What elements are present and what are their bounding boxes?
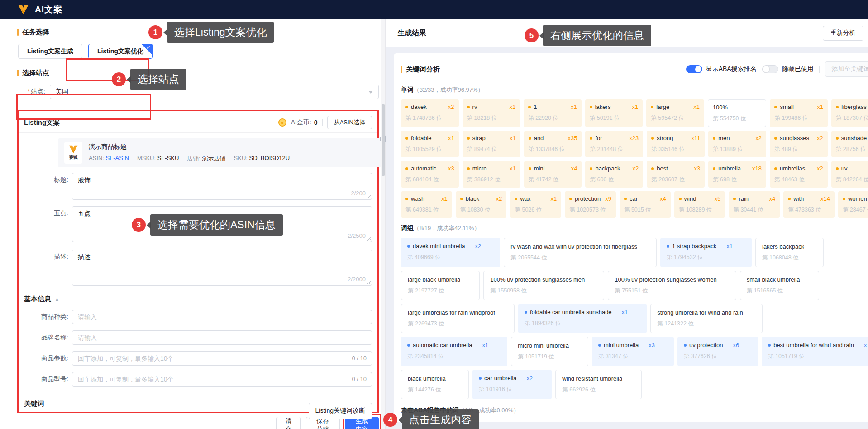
desc-textarea[interactable]: 描述 <box>72 250 372 286</box>
word-chip[interactable]: minix4第 41742 位 <box>524 161 582 188</box>
word-chip[interactable]: 1x1第 22920 位 <box>524 99 582 127</box>
brand-input[interactable] <box>72 330 372 345</box>
left-panel-scrollbar[interactable] <box>381 19 385 429</box>
word-chip[interactable]: uvx8第 842264 位 <box>831 161 868 188</box>
listing-keyword-diagnose-button[interactable]: Listing关键词诊断 <box>309 403 372 419</box>
word-chip[interactable]: windx5第 108289 位 <box>674 191 725 218</box>
hide-used-label: 隐藏已使用 <box>782 65 814 73</box>
phrase-chip[interactable]: micro mini umbrella第 1051719 位 <box>511 337 588 366</box>
word-chip[interactable]: foldablex1第 1005529 位 <box>401 131 459 157</box>
keyword-dot-icon <box>405 137 408 140</box>
word-chip[interactable]: automaticx3第 684104 位 <box>401 161 459 188</box>
keyword-rank: 第 489 位 <box>774 146 823 153</box>
keyword-rank: 第 1068048 位 <box>762 254 804 262</box>
keyword-dot-icon <box>679 198 682 200</box>
word-chip[interactable]: davekx2第 1748786 位 <box>401 99 459 127</box>
asin-value-link[interactable]: SF-ASIN <box>106 155 129 161</box>
phrase-chip[interactable]: davek mini umbrellax2第 409669 位 <box>401 238 500 267</box>
word-chip[interactable]: fiberglassx3第 187307 位 <box>831 99 868 127</box>
keyword-rank: 第 649381 位 <box>405 206 448 214</box>
word-chip[interactable]: strongx11第 335146 位 <box>647 131 705 157</box>
params-input[interactable] <box>72 351 372 366</box>
keyword-dot-icon <box>529 137 531 140</box>
keyword-rank: 第 144276 位 <box>408 386 449 394</box>
word-chip[interactable]: smallx1第 199486 位 <box>770 99 828 127</box>
word-chip[interactable]: rainx4第 30441 位 <box>729 191 780 218</box>
resize-grip-icon[interactable] <box>367 280 371 284</box>
clear-button[interactable]: 清空 <box>276 417 301 429</box>
word-chip[interactable]: umbrellax18第 698 位 <box>708 161 766 188</box>
phrase-chip[interactable]: wind resistant umbrella第 662926 位 <box>555 370 642 399</box>
word-chip[interactable]: washx1第 649381 位 <box>401 191 452 218</box>
phrase-chip[interactable]: uv protectionx6第 377626 位 <box>677 337 758 366</box>
add-keyword-monitor-button[interactable]: 添加至关键词监控 <box>825 61 868 77</box>
word-chip[interactable]: menx2第 13889 位 <box>708 131 766 157</box>
phrase-chip[interactable]: automatic car umbrellax1第 2345814 位 <box>401 337 507 366</box>
phrase-chip[interactable]: mini umbrellax3第 31347 位 <box>592 337 674 366</box>
keyword-dot-icon <box>405 167 408 170</box>
word-chip[interactable]: protectionx9第 1020573 位 <box>565 191 616 218</box>
word-chip[interactable]: carx4第 5015 位 <box>620 191 671 218</box>
word-chip[interactable]: bestx3第 203607 位 <box>647 161 705 188</box>
tab-listing-generate[interactable]: Listing文案生成 <box>18 44 82 59</box>
keyword-rank: 第 41742 位 <box>529 176 577 184</box>
word-chip[interactable]: largex1第 595472 位 <box>646 99 704 127</box>
result-header: 生成结果 重新分析 发布 <box>386 19 868 47</box>
bullets-textarea[interactable]: 五点 <box>72 206 372 242</box>
word-chip[interactable]: strapx1第 89474 位 <box>463 131 520 157</box>
phrase-chip[interactable]: 100% uv protection sunglasses men第 15509… <box>483 271 604 300</box>
phrase-chip[interactable]: large black umbrella第 2197727 位 <box>401 271 480 300</box>
word-chip[interactable]: lakersx1第 50191 位 <box>585 99 643 127</box>
word-chip[interactable]: waxx1第 5026 位 <box>510 191 561 218</box>
word-chip[interactable]: forx23第 231448 位 <box>585 131 643 157</box>
word-chip[interactable]: rvx1第 18218 位 <box>463 99 520 127</box>
sku-label: SKU: <box>234 155 248 161</box>
keyword-rank: 第 31347 位 <box>598 353 655 360</box>
phrase-chip[interactable]: 100% uv protection sunglasses women第 755… <box>608 271 736 300</box>
resize-grip-icon[interactable] <box>367 237 371 241</box>
keyword-text: best umbrella for wind and rain <box>773 342 854 349</box>
keyword-rank: 第 22920 位 <box>528 114 577 122</box>
phrase-chip[interactable]: strong umbrella for wind and rain第 12413… <box>650 304 762 333</box>
word-chip[interactable]: withx14第 473363 位 <box>783 191 835 218</box>
phrase-chip[interactable]: black umbrella第 144276 位 <box>401 370 469 399</box>
keyword-rank: 第 5026 位 <box>515 206 557 214</box>
task-section-title: 任务选择 <box>17 28 379 37</box>
keyword-text: lakers <box>595 104 611 110</box>
phrase-chip[interactable]: large umbrellas for rain windproof第 2269… <box>401 304 515 333</box>
word-chip[interactable]: backpackx2第 606 位 <box>585 161 643 188</box>
basic-info-header[interactable]: 基本信息 ▲ <box>24 295 372 303</box>
tab-listing-optimize[interactable]: Listing文案优化 ✓ <box>88 44 153 59</box>
word-chip[interactable]: 100%第 554750 位 <box>708 99 767 127</box>
title-field-label: 标题: <box>24 173 72 200</box>
word-chip[interactable]: blackx2第 10830 位 <box>456 191 507 218</box>
category-input[interactable] <box>72 310 372 324</box>
select-from-asin-button[interactable]: 从ASIN选择 <box>327 116 372 129</box>
keyword-text: large umbrellas for rain windproof <box>408 309 495 316</box>
word-chip[interactable]: sunglassesx2第 489 位 <box>770 131 828 157</box>
site-select[interactable]: 美国 <box>50 85 379 99</box>
keyword-rank: 第 108289 位 <box>679 206 721 214</box>
hide-used-toggle[interactable] <box>762 65 778 73</box>
phrase-chip[interactable]: rv wash and wax with uv protection for f… <box>504 238 657 267</box>
title-textarea[interactable]: 服饰 <box>72 173 372 200</box>
phrase-chip[interactable]: best umbrella for wind and rainx1第 10517… <box>762 337 868 366</box>
keyword-dot-icon <box>590 167 592 170</box>
keyword-dot-icon <box>651 137 654 140</box>
phrase-chip[interactable]: lakers backpack第 1068048 位 <box>755 238 824 267</box>
phrase-chip[interactable]: foldable car umbrella sunshadex1第 189432… <box>518 304 647 333</box>
keyword-text: rv wash and wax with uv protection for f… <box>510 243 637 250</box>
model-input[interactable] <box>72 372 372 387</box>
word-chip[interactable]: microx1第 386912 位 <box>463 161 520 188</box>
resize-grip-icon[interactable] <box>367 194 371 198</box>
reanalyze-button[interactable]: 重新分析 <box>823 26 863 41</box>
phrase-chip[interactable]: car umbrellax2第 101916 位 <box>472 370 552 399</box>
phrase-chip[interactable]: 1 strap backpackx1第 1794532 位 <box>660 238 752 267</box>
show-aba-rank-toggle[interactable] <box>686 65 702 73</box>
phrase-chip[interactable]: small black umbrella第 1516565 位 <box>740 271 820 300</box>
word-chip[interactable]: sunshadex1第 28756 位 <box>831 131 868 157</box>
word-chip[interactable]: umbrellasx2第 48463 位 <box>770 161 828 188</box>
scrollbar-thumb[interactable] <box>382 104 385 176</box>
word-chip[interactable]: womenx2第 28467 位 <box>838 191 868 218</box>
word-chip[interactable]: andx35第 1337846 位 <box>524 131 582 157</box>
